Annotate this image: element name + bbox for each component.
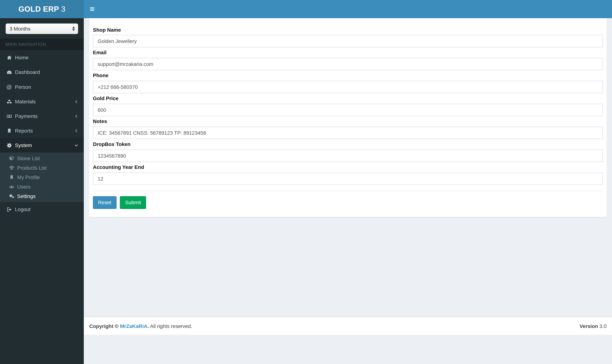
sidebar-item-dashboard[interactable]: Dashboard	[0, 65, 84, 79]
sidebar-item-label: Logout	[15, 206, 31, 212]
phone-input[interactable]	[93, 81, 603, 93]
hamburger-icon	[89, 6, 95, 12]
period-selector-wrap: 3 Months	[5, 23, 78, 34]
accounting-year-end-input[interactable]	[93, 172, 603, 185]
brand-name: GOLD ERP	[18, 5, 59, 13]
version: Version 3.0	[580, 323, 607, 329]
gear-icon	[5, 143, 13, 148]
reset-button[interactable]: Reset	[93, 196, 116, 209]
chevron-left-icon	[74, 100, 78, 104]
sidebar-item-label: Person	[15, 84, 31, 90]
sidebar-item-label: Dashboard	[15, 69, 40, 75]
form-group-phone: Phone	[93, 72, 603, 93]
submenu-item-label: Products List	[17, 165, 47, 171]
submit-button[interactable]: Submit	[120, 196, 146, 209]
shop-name-input[interactable]	[93, 35, 603, 48]
sidebar-item-label: Payments	[15, 113, 38, 119]
submenu-item-label: Users	[17, 184, 30, 190]
chevron-left-icon	[74, 129, 78, 133]
submenu-item-label: Settings	[17, 193, 36, 199]
form-group-dropbox-token: DropBox Token	[93, 141, 603, 162]
gold-price-label: Gold Price	[93, 95, 603, 102]
system-submenu: Stone List Products List My Profile User…	[0, 153, 84, 202]
bookmark-icon	[8, 175, 15, 180]
settings-form: Shop Name Email Phone Gold Price Notes	[89, 22, 607, 217]
settings-box: Settings Shop Name Email Phone Gold Pric…	[89, 5, 607, 217]
notes-input[interactable]	[93, 127, 603, 139]
submenu-item-users[interactable]: Users	[0, 182, 84, 192]
sidebar-item-payments[interactable]: Payments	[0, 109, 84, 123]
bookmark-icon	[5, 128, 13, 133]
sidebar-menu-bottom: Logout	[0, 202, 84, 217]
sidebar-item-materials[interactable]: Materials	[0, 94, 84, 109]
gem-icon	[8, 165, 15, 170]
logout-icon	[5, 207, 13, 212]
dropbox-token-label: DropBox Token	[93, 141, 603, 148]
sidebar-item-person[interactable]: @ Person	[0, 79, 84, 94]
brand-link[interactable]: MrZaKaRiA	[120, 323, 147, 329]
copyright-dot: .	[147, 323, 149, 329]
sidebar: 3 Months MAIN NAVIGATION Home Dashboard …	[0, 18, 84, 364]
copyright: Copyright © MrZaKaRiA. All rights reserv…	[89, 323, 192, 329]
rights-text: All rights reserved.	[150, 323, 192, 329]
accounting-year-end-label: Accounting Year End	[93, 164, 603, 171]
version-value: 3.0	[599, 323, 607, 329]
email-label: Email	[93, 49, 603, 56]
app-root: GOLD ERP 3 3 Months MAIN NAVIGATION Home	[0, 0, 612, 364]
main-header: GOLD ERP 3	[0, 0, 612, 18]
form-group-email: Email	[93, 49, 603, 70]
notes-label: Notes	[93, 118, 603, 125]
brand-version: 3	[61, 5, 65, 13]
form-group-shop-name: Shop Name	[93, 26, 603, 48]
dropbox-token-input[interactable]	[93, 150, 603, 162]
form-group-gold-price: Gold Price	[93, 95, 603, 116]
sidebar-menu: Home Dashboard @ Person Materials Paymen…	[0, 50, 84, 153]
email-input[interactable]	[93, 58, 603, 70]
submenu-item-stone-list[interactable]: Stone List	[0, 154, 84, 163]
sidebar-item-home[interactable]: Home	[0, 50, 84, 65]
at-icon: @	[5, 84, 13, 90]
sidebar-item-logout[interactable]: Logout	[0, 202, 84, 217]
sidebar-item-label: System	[15, 142, 32, 148]
cubes-icon	[5, 99, 13, 104]
cube-icon	[8, 156, 15, 161]
app-logo[interactable]: GOLD ERP 3	[0, 0, 84, 18]
form-group-notes: Notes	[93, 118, 603, 139]
form-group-accounting-year-end: Accounting Year End	[93, 164, 603, 185]
sidebar-item-reports[interactable]: Reports	[0, 123, 84, 138]
sidebar-item-label: Home	[15, 55, 28, 60]
sidebar-item-label: Reports	[15, 128, 33, 134]
submenu-item-label: Stone List	[17, 156, 40, 161]
money-icon	[5, 113, 13, 119]
version-label: Version	[580, 323, 598, 329]
sidebar-item-system[interactable]: System	[0, 138, 84, 153]
gears-icon	[8, 194, 15, 199]
form-divider	[93, 191, 603, 191]
content-wrapper: Settings Shop Name Email Phone Gold Pric…	[84, 0, 612, 317]
submenu-item-settings[interactable]: Settings	[0, 192, 84, 201]
dashboard-icon	[5, 69, 13, 75]
main-footer: Copyright © MrZaKaRiA. All rights reserv…	[84, 317, 612, 335]
top-navbar	[84, 0, 612, 18]
sidebar-item-label: Materials	[15, 99, 36, 104]
period-select[interactable]: 3 Months	[5, 23, 78, 34]
chevron-left-icon	[74, 114, 78, 118]
copyright-prefix: Copyright ©	[89, 323, 119, 329]
sidebar-toggle-button[interactable]	[84, 0, 101, 18]
gold-price-input[interactable]	[93, 104, 603, 116]
chevron-down-icon	[74, 143, 78, 147]
phone-label: Phone	[93, 72, 603, 79]
submenu-item-products-list[interactable]: Products List	[0, 163, 84, 172]
users-icon	[8, 184, 15, 189]
shop-name-label: Shop Name	[93, 26, 603, 33]
submenu-item-label: My Profile	[17, 174, 40, 180]
submenu-item-my-profile[interactable]: My Profile	[0, 172, 84, 182]
home-icon	[5, 55, 13, 60]
sidebar-section-header: MAIN NAVIGATION	[0, 39, 84, 50]
